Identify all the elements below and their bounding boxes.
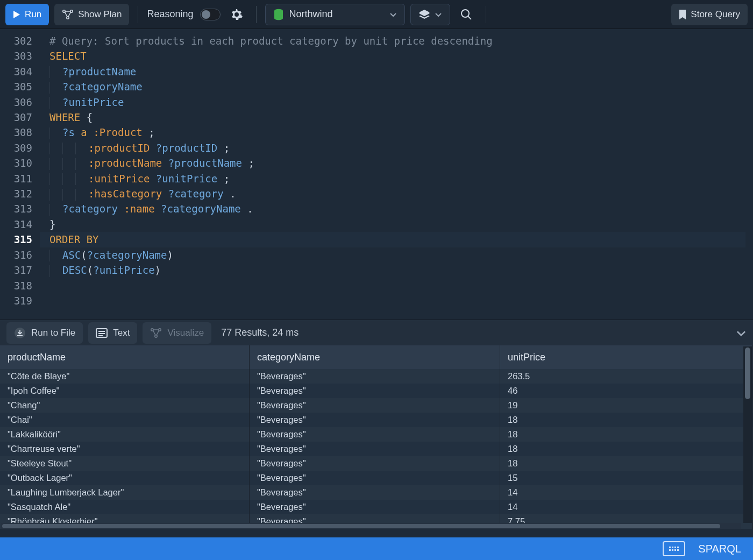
table-column-header[interactable]: unitPrice [500, 345, 753, 369]
settings-button[interactable] [226, 4, 247, 25]
table-cell: 19 [500, 398, 753, 413]
table-cell: 18 [500, 413, 753, 427]
table-cell: "Beverages" [250, 413, 500, 427]
table-row[interactable]: "Steeleye Stout""Beverages"18 [0, 456, 753, 471]
table-header: productNamecategoryNameunitPrice [0, 345, 753, 369]
store-query-button[interactable]: Store Query [671, 4, 748, 25]
table-cell: "Chartreuse verte" [0, 442, 250, 456]
svg-point-2 [67, 16, 69, 18]
table-row[interactable]: "Lakkalikööri""Beverages"18 [0, 427, 753, 442]
table-cell: 18 [500, 427, 753, 442]
svg-point-4 [461, 10, 469, 17]
results-status: 77 Results, 24 ms [221, 327, 299, 338]
table-cell: "Beverages" [250, 427, 500, 442]
editor-gutter: 3023033043053063073083093103113123133143… [0, 29, 40, 320]
show-plan-button[interactable]: Show Plan [54, 4, 129, 25]
run-button-label: Run [25, 9, 41, 20]
table-row[interactable]: "Laughing Lumberjack Lager""Beverages"14 [0, 485, 753, 500]
table-cell: "Beverages" [250, 471, 500, 485]
horizontal-scrollbar[interactable] [1, 523, 741, 529]
download-icon [14, 327, 26, 339]
table-cell: "Beverages" [250, 485, 500, 500]
run-to-file-label: Run to File [31, 328, 75, 338]
table-cell: "Chai" [0, 413, 250, 427]
table-row[interactable]: "Chang""Beverages"19 [0, 398, 753, 413]
table-cell: "Côte de Blaye" [0, 369, 250, 384]
keyboard-button[interactable] [663, 541, 685, 556]
visualize-label: Visualize [167, 328, 204, 338]
toolbar-divider [138, 6, 138, 23]
database-name: Northwind [289, 9, 384, 20]
run-button[interactable]: Run [5, 4, 49, 25]
table-cell: 18 [500, 442, 753, 456]
table-cell: 46 [500, 384, 753, 398]
table-cell: 263.5 [500, 369, 753, 384]
table-cell: "Chang" [0, 398, 250, 413]
top-toolbar: Run Show Plan Reasoning Nort [0, 0, 753, 29]
graph-icon [150, 328, 162, 338]
table-cell: 14 [500, 500, 753, 514]
reasoning-toggle-group: Reasoning [147, 9, 220, 20]
table-cell: 14 [500, 485, 753, 500]
play-icon [13, 10, 20, 19]
chevron-down-icon [389, 11, 397, 18]
table-row[interactable]: "Ipoh Coffee""Beverages"46 [0, 384, 753, 398]
table-cell: "Beverages" [250, 384, 500, 398]
search-icon [460, 9, 472, 20]
reasoning-toggle[interactable] [200, 9, 221, 20]
table-column-header[interactable]: categoryName [250, 345, 500, 369]
code-editor[interactable]: 3023033043053063073083093103113123133143… [0, 29, 753, 320]
toolbar-divider [486, 6, 486, 23]
table-cell: "Beverages" [250, 398, 500, 413]
table-cell: "Lakkalikööri" [0, 427, 250, 442]
visualize-button[interactable]: Visualize [143, 322, 211, 344]
show-plan-label: Show Plan [78, 9, 122, 20]
table-cell: "Steeleye Stout" [0, 456, 250, 471]
table-cell: "Laughing Lumberjack Lager" [0, 485, 250, 500]
language-label: SPARQL [698, 543, 741, 555]
layers-icon [418, 9, 430, 20]
bookmark-icon [679, 9, 686, 20]
table-row[interactable]: "Côte de Blaye""Beverages"263.5 [0, 369, 753, 384]
store-query-label: Store Query [691, 9, 740, 20]
reasoning-label: Reasoning [147, 9, 193, 20]
run-to-file-button[interactable]: Run to File [6, 322, 83, 344]
layers-button[interactable] [410, 4, 450, 25]
table-row[interactable]: "Chartreuse verte""Beverages"18 [0, 442, 753, 456]
table-cell: 15 [500, 471, 753, 485]
database-selector[interactable]: Northwind [265, 4, 405, 25]
table-column-header[interactable]: productName [0, 345, 250, 369]
search-button[interactable] [456, 4, 477, 25]
status-bar: SPARQL [0, 537, 753, 560]
plan-icon [62, 9, 74, 20]
table-body: "Côte de Blaye""Beverages"263.5"Ipoh Cof… [0, 369, 753, 529]
table-cell: "Beverages" [250, 500, 500, 514]
editor-code-area[interactable]: # Query: Sort products in each product c… [40, 29, 753, 320]
table-cell: "Outback Lager" [0, 471, 250, 485]
collapse-results-button[interactable] [736, 328, 747, 338]
table-cell: "Beverages" [250, 369, 500, 384]
table-cell: "Beverages" [250, 442, 500, 456]
results-toolbar: Run to File Text Visualize 77 Results, 2… [0, 320, 753, 345]
text-view-label: Text [113, 328, 130, 338]
table-cell: "Beverages" [250, 456, 500, 471]
database-icon [273, 9, 284, 20]
results-table: productNamecategoryNameunitPrice "Côte d… [0, 345, 753, 529]
svg-point-9 [155, 335, 157, 337]
toolbar-divider [256, 6, 257, 23]
chevron-down-icon [435, 11, 442, 18]
gear-icon [230, 8, 243, 21]
table-row[interactable]: "Outback Lager""Beverages"15 [0, 471, 753, 485]
text-view-button[interactable]: Text [88, 322, 137, 344]
keyboard-icon [669, 547, 679, 551]
table-cell: "Ipoh Coffee" [0, 384, 250, 398]
vertical-scrollbar[interactable] [743, 346, 752, 523]
table-row[interactable]: "Sasquatch Ale""Beverages"14 [0, 500, 753, 514]
text-icon [96, 328, 108, 338]
chevron-down-icon [736, 328, 747, 338]
table-row[interactable]: "Chai""Beverages"18 [0, 413, 753, 427]
table-cell: "Sasquatch Ale" [0, 500, 250, 514]
table-cell: 18 [500, 456, 753, 471]
